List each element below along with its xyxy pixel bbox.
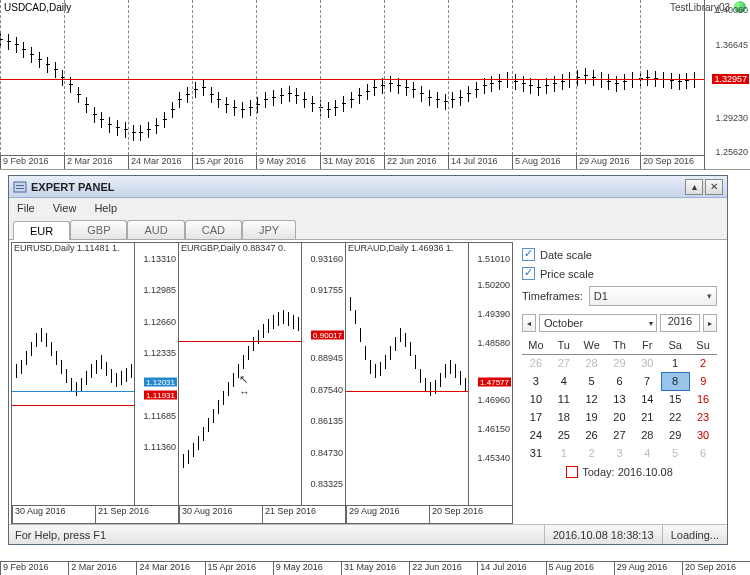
mini-chart-0[interactable]: EURUSD,Daily 1.11481 1.1.133101.129851.1… — [11, 242, 179, 524]
price-line — [0, 79, 704, 80]
panel-icon — [13, 180, 27, 194]
panel-menubar: File View Help — [9, 198, 727, 218]
calendar-day[interactable]: 31 — [522, 444, 550, 462]
ask-price-tag: 1.11931 — [144, 390, 177, 399]
calendar-day[interactable]: 5 — [661, 444, 689, 462]
calendar-day[interactable]: 26 — [578, 426, 606, 444]
mini-chart-1[interactable]: EURGBP,Daily 0.88347 0.0.931600.917550.8… — [178, 242, 346, 524]
calendar-day[interactable]: 28 — [578, 354, 606, 372]
calendar-day[interactable]: 9 — [689, 372, 717, 390]
calendar-day[interactable]: 2 — [689, 354, 717, 372]
calendar-day[interactable]: 24 — [522, 426, 550, 444]
menu-file[interactable]: File — [17, 202, 35, 214]
ask-price-tag: 1.47577 — [478, 377, 511, 386]
cal-next-button[interactable]: ▸ — [703, 314, 717, 332]
currency-tabs: EURGBPAUDCADJPY — [9, 218, 727, 240]
calendar-day[interactable]: 27 — [550, 354, 578, 372]
calendar-day[interactable]: 12 — [578, 390, 606, 408]
calendar-day[interactable]: 5 — [578, 372, 606, 390]
calendar-day[interactable]: 13 — [606, 390, 634, 408]
calendar-day[interactable]: 14 — [633, 390, 661, 408]
calendar[interactable]: MoTuWeThFrSaSu26272829301234567891011121… — [522, 336, 717, 462]
calendar-day[interactable]: 22 — [661, 408, 689, 426]
price-scale-checkbox[interactable] — [522, 267, 535, 280]
calendar-day[interactable]: 6 — [689, 444, 717, 462]
menu-help[interactable]: Help — [94, 202, 117, 214]
calendar-day[interactable]: 11 — [550, 390, 578, 408]
calendar-day[interactable]: 4 — [550, 372, 578, 390]
calendar-day[interactable]: 1 — [550, 444, 578, 462]
ask-price-tag: 0.90017 — [311, 330, 344, 339]
date-scale-label: Date scale — [540, 249, 592, 261]
calendar-day[interactable]: 29 — [606, 354, 634, 372]
status-time: 2016.10.08 18:38:13 — [545, 525, 663, 544]
svg-rect-1 — [16, 185, 24, 186]
main-y-axis: 1.40060 1.36645 1.32957 1.29230 1.25620 — [704, 0, 750, 170]
status-loading: Loading... — [663, 525, 727, 544]
calendar-day[interactable]: 7 — [633, 372, 661, 390]
current-price-tag: 1.32957 — [712, 74, 749, 84]
main-x-axis: 9 Feb 20162 Mar 201624 Mar 201615 Apr 20… — [0, 155, 704, 169]
calendar-day[interactable]: 27 — [606, 426, 634, 444]
calendar-day[interactable]: 21 — [633, 408, 661, 426]
calendar-day[interactable]: 17 — [522, 408, 550, 426]
expert-panel-window[interactable]: EXPERT PANEL ▴ ✕ File View Help EURGBPAU… — [8, 175, 728, 545]
controls-panel: Date scale Price scale Timeframes: D1 ◂ … — [512, 240, 727, 526]
panel-titlebar[interactable]: EXPERT PANEL ▴ ✕ — [9, 176, 727, 198]
calendar-day[interactable]: 1 — [661, 354, 689, 372]
minimize-button[interactable]: ▴ — [685, 179, 703, 195]
menu-view[interactable]: View — [53, 202, 77, 214]
calendar-day[interactable]: 23 — [689, 408, 717, 426]
calendar-day[interactable]: 30 — [689, 426, 717, 444]
status-help: For Help, press F1 — [9, 525, 545, 544]
price-scale-label: Price scale — [540, 268, 594, 280]
calendar-day[interactable]: 18 — [550, 408, 578, 426]
calendar-day[interactable]: 28 — [633, 426, 661, 444]
timeframe-dropdown[interactable]: D1 — [589, 286, 717, 306]
calendar-day[interactable]: 8 — [661, 372, 689, 390]
calendar-day[interactable]: 19 — [578, 408, 606, 426]
tab-jpy[interactable]: JPY — [242, 220, 296, 239]
calendar-day[interactable]: 2 — [578, 444, 606, 462]
tab-cad[interactable]: CAD — [185, 220, 242, 239]
today-marker-icon — [566, 466, 578, 478]
calendar-day[interactable]: 30 — [633, 354, 661, 372]
calendar-day[interactable]: 29 — [661, 426, 689, 444]
mini-chart-2[interactable]: EURAUD,Daily 1.46936 1.1.510101.502001.4… — [345, 242, 513, 524]
tab-eur[interactable]: EUR — [13, 221, 70, 240]
calendar-day[interactable]: 15 — [661, 390, 689, 408]
month-dropdown[interactable]: October — [539, 314, 657, 332]
calendar-day[interactable]: 26 — [522, 354, 550, 372]
calendar-day[interactable]: 16 — [689, 390, 717, 408]
svg-rect-2 — [16, 188, 24, 189]
bid-price-tag: 1.12031 — [144, 377, 177, 386]
tab-gbp[interactable]: GBP — [70, 220, 127, 239]
date-scale-checkbox[interactable] — [522, 248, 535, 261]
calendar-day[interactable]: 25 — [550, 426, 578, 444]
cal-prev-button[interactable]: ◂ — [522, 314, 536, 332]
calendar-day[interactable]: 3 — [606, 444, 634, 462]
main-chart[interactable]: USDCAD,Daily TestLibrary03 1.40060 1.366… — [0, 0, 750, 170]
tab-aud[interactable]: AUD — [127, 220, 184, 239]
panel-title-text: EXPERT PANEL — [31, 181, 683, 193]
close-button[interactable]: ✕ — [705, 179, 723, 195]
timeframes-label: Timeframes: — [522, 290, 583, 302]
main-bottom-axis: 9 Feb 20162 Mar 201624 Mar 201615 Apr 20… — [0, 561, 750, 575]
svg-rect-0 — [14, 182, 26, 192]
calendar-day[interactable]: 3 — [522, 372, 550, 390]
status-bar: For Help, press F1 2016.10.08 18:38:13 L… — [9, 524, 727, 544]
year-input[interactable]: 2016 — [660, 314, 700, 332]
calendar-day[interactable]: 10 — [522, 390, 550, 408]
calendar-day[interactable]: 4 — [633, 444, 661, 462]
calendar-day[interactable]: 20 — [606, 408, 634, 426]
calendar-day[interactable]: 6 — [606, 372, 634, 390]
today-label[interactable]: Today: 2016.10.08 — [582, 466, 673, 478]
